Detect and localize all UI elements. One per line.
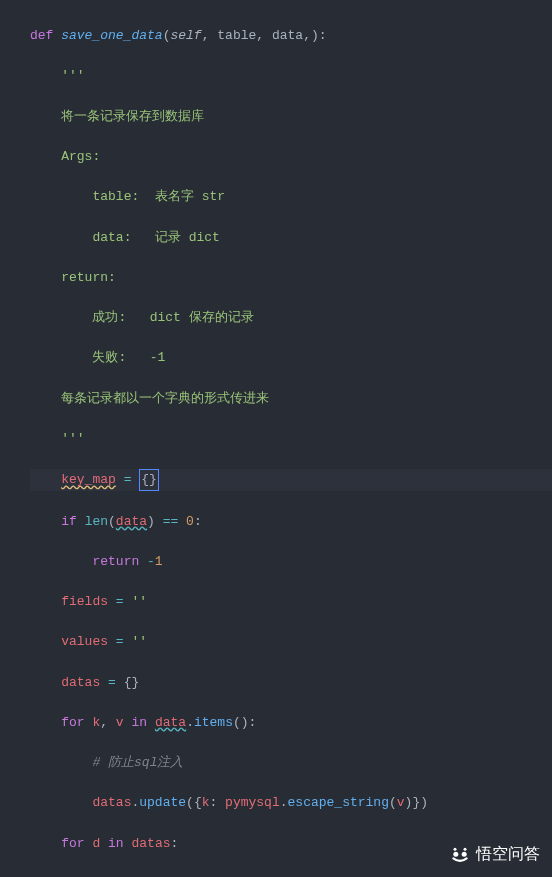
svg-point-2 — [454, 847, 457, 850]
svg-point-1 — [462, 851, 467, 856]
code-editor: def save_one_data(self, table, data,): '… — [0, 6, 552, 877]
wukong-icon — [450, 845, 470, 865]
svg-point-0 — [453, 851, 458, 856]
watermark: 悟空问答 — [450, 842, 540, 867]
watermark-text: 悟空问答 — [476, 842, 540, 867]
svg-point-3 — [464, 847, 467, 850]
kw-def: def — [30, 28, 53, 43]
func-name: save_one_data — [61, 28, 162, 43]
cursor-position[interactable]: {} — [139, 469, 159, 491]
